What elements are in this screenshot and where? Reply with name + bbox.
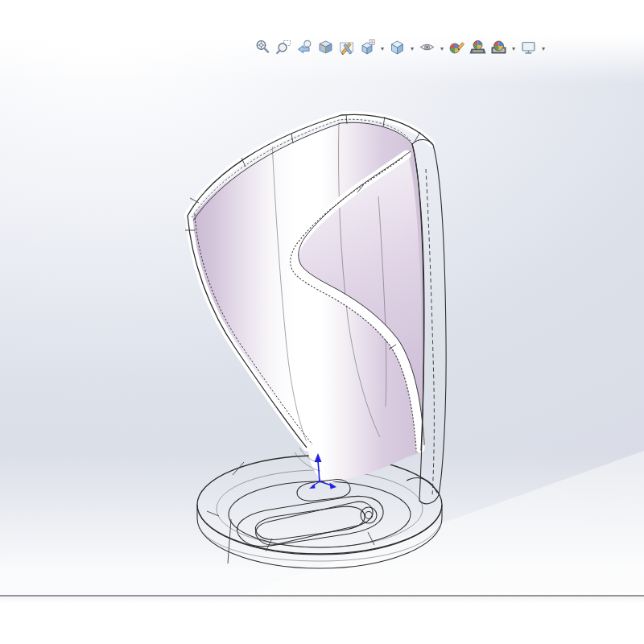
hidden-edge-dashed <box>426 169 434 496</box>
recess-groove-inner <box>255 506 365 539</box>
recess-cross-bar <box>256 502 373 545</box>
collar-wall <box>185 114 433 483</box>
graphics-viewport[interactable]: ▾ ▾ ▾ <box>0 0 644 597</box>
below-viewport-area <box>0 597 644 644</box>
recess-round-boss-hole <box>365 512 373 519</box>
part-model[interactable] <box>0 0 644 597</box>
recess-round-boss <box>361 507 377 523</box>
floor-reflection <box>242 451 644 595</box>
application-window: ▾ ▾ ▾ <box>0 0 644 644</box>
